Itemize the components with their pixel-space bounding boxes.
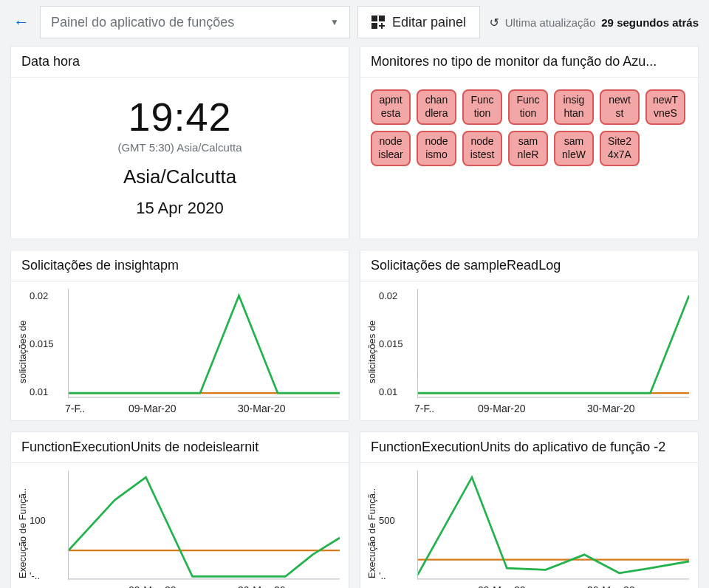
- monitor-chip[interactable]: samnleR: [508, 131, 548, 166]
- monitor-chip-line1: sam: [555, 135, 592, 148]
- clock-region: Asia/Calcutta: [18, 165, 341, 188]
- card-chart-nodeislearnit: FunctionExecutionUnits de nodeislearnit …: [10, 431, 349, 588]
- monitor-chip-line1: chan: [418, 94, 455, 107]
- chart-plot[interactable]: 500 '..: [379, 471, 689, 580]
- x-tick: [414, 584, 451, 588]
- monitors-body: apmtestachandleraFunctionFunctioninsight…: [360, 78, 698, 181]
- monitor-chip[interactable]: chandlera: [417, 89, 456, 125]
- x-tick: 30-Mar-20: [230, 403, 340, 414]
- monitor-chip[interactable]: Site24x7A: [600, 131, 640, 166]
- x-axis: 09-Mar-20 30-Mar-20: [30, 580, 340, 588]
- monitor-chip-line2: nleW: [555, 148, 592, 162]
- monitor-chip[interactable]: samnleW: [554, 131, 594, 166]
- back-arrow-icon[interactable]: ←: [10, 10, 32, 35]
- y-tick: 0.015: [30, 338, 54, 349]
- y-tick: 0.02: [379, 290, 397, 301]
- clock-timezone: (GMT 5:30) Asia/Calcutta: [18, 141, 341, 154]
- monitor-chip-line1: Func: [464, 94, 501, 107]
- clock-time: 19:42: [18, 94, 341, 140]
- monitor-chip-line1: newt: [601, 94, 638, 107]
- x-axis: 7-F.. 09-Mar-20 30-Mar-20: [30, 398, 340, 414]
- last-refresh-label: Ultima atualização: [505, 16, 596, 29]
- chart-plot[interactable]: 100 '-..: [30, 471, 340, 580]
- last-refresh: ↻ Ultima atualização 29 segundos atrás: [490, 16, 699, 30]
- dashboard-grid: Data hora 19:42 (GMT 5:30) Asia/Calcutta…: [0, 46, 709, 588]
- monitor-chip[interactable]: Function: [462, 89, 502, 125]
- card-title: FunctionExecutionUnits de nodeislearnit: [11, 432, 349, 463]
- dashboard-select[interactable]: Painel do aplicativo de funções ▼: [40, 6, 350, 38]
- chart-plot[interactable]: 0.02 0.015 0.01: [379, 289, 689, 398]
- x-tick: 30-Mar-20: [230, 584, 340, 588]
- card-title: Data hora: [11, 47, 349, 78]
- monitor-chip-line2: nleR: [510, 148, 547, 162]
- y-tick: 0.01: [30, 386, 48, 397]
- monitor-chip-line1: Site2: [601, 135, 638, 148]
- y-tick: 0.01: [379, 386, 397, 397]
- grid-plus-icon: [371, 16, 385, 29]
- edit-dashboard-button[interactable]: Editar painel: [357, 6, 480, 38]
- top-bar: ← Painel do aplicativo de funções ▼ Edit…: [0, 0, 709, 46]
- x-tick: 09-Mar-20: [451, 403, 580, 414]
- monitor-chip-line2: islear: [372, 148, 409, 162]
- monitor-chip[interactable]: nodeislear: [371, 131, 411, 166]
- card-title: Solicitações de sampleReadLog: [360, 250, 698, 281]
- monitor-chip-line1: Func: [510, 94, 547, 107]
- card-title: Monitores no tipo de monitor da função d…: [360, 47, 698, 78]
- chart-plot[interactable]: 0.02 0.015 0.01: [30, 289, 340, 398]
- monitor-chip-line2: st: [601, 107, 638, 120]
- last-refresh-value: 29 segundos atrás: [601, 16, 699, 29]
- monitor-chip-line1: insig: [555, 94, 592, 107]
- monitor-chip-line2: ismo: [418, 148, 455, 162]
- y-axis-label: Execução de Funçã..: [16, 471, 30, 588]
- edit-dashboard-label: Editar painel: [392, 15, 466, 30]
- y-tick: 500: [379, 514, 395, 525]
- card-monitors: Monitores no tipo de monitor da função d…: [360, 46, 699, 239]
- monitor-chip[interactable]: newtst: [600, 89, 640, 125]
- monitor-chip[interactable]: Function: [508, 89, 548, 125]
- monitor-chip-line2: tion: [464, 107, 501, 120]
- y-tick: '..: [379, 570, 386, 581]
- monitor-chip[interactable]: insightan: [554, 89, 594, 125]
- card-title: FunctionExecutionUnits do aplicativo de …: [360, 432, 698, 463]
- monitor-chip-line2: tion: [510, 107, 547, 120]
- card-chart-insightapm: Solicitações de insightapm solicitações …: [10, 250, 349, 421]
- clock-body: 19:42 (GMT 5:30) Asia/Calcutta Asia/Calc…: [11, 78, 349, 239]
- card-datetime: Data hora 19:42 (GMT 5:30) Asia/Calcutta…: [10, 46, 349, 239]
- x-tick: 7-F..: [65, 403, 102, 414]
- x-tick: 09-Mar-20: [102, 403, 230, 414]
- y-tick: 0.015: [379, 338, 403, 349]
- monitor-chip-line1: newT: [647, 94, 684, 107]
- monitor-chip-line2: dlera: [418, 107, 455, 120]
- monitor-chip-line2: 4x7A: [601, 148, 638, 162]
- monitor-chip[interactable]: nodeistest: [462, 131, 502, 166]
- dashboard-select-label: Painel do aplicativo de funções: [51, 15, 234, 30]
- x-tick: 09-Mar-20: [451, 584, 580, 588]
- x-axis: 09-Mar-20 30-Mar-20: [379, 580, 689, 588]
- x-tick: 09-Mar-20: [102, 584, 230, 588]
- y-tick: 100: [30, 514, 46, 525]
- y-tick: '-..: [30, 570, 40, 581]
- monitor-chip[interactable]: nodeismo: [417, 131, 456, 166]
- card-title: Solicitações de insightapm: [11, 250, 349, 281]
- x-tick: 30-Mar-20: [580, 584, 689, 588]
- monitor-chip-line1: node: [464, 135, 501, 148]
- monitor-chip-line2: istest: [464, 148, 501, 162]
- monitor-chip-line1: sam: [510, 135, 547, 148]
- x-tick: 7-F..: [414, 403, 451, 414]
- chevron-down-icon: ▼: [330, 17, 339, 27]
- refresh-icon[interactable]: ↻: [490, 16, 499, 30]
- y-axis-label: solicitações de: [16, 289, 30, 414]
- x-axis: 7-F.. 09-Mar-20 30-Mar-20: [379, 398, 689, 414]
- monitor-chip-line2: vneS: [647, 107, 684, 120]
- y-axis-label: solicitações de: [365, 289, 379, 414]
- monitor-chip[interactable]: apmtesta: [371, 89, 411, 125]
- card-chart-funcapp2: FunctionExecutionUnits do aplicativo de …: [360, 431, 699, 588]
- monitor-chip-line1: apmt: [372, 94, 409, 107]
- y-axis-label: Execução de Funçã..: [365, 471, 379, 588]
- monitor-chip[interactable]: newTvneS: [645, 89, 685, 125]
- x-tick: [65, 584, 102, 588]
- y-tick: 0.02: [30, 290, 48, 301]
- monitor-chip-line2: esta: [372, 107, 409, 120]
- monitor-chip-line1: node: [418, 135, 455, 148]
- monitor-chip-line2: htan: [555, 107, 592, 120]
